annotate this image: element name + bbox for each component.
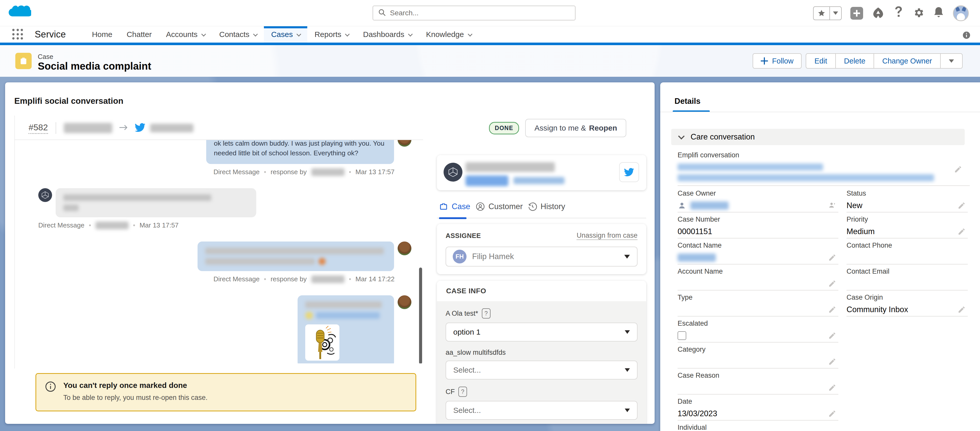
help-icon[interactable] xyxy=(893,6,904,21)
help-icon[interactable]: ? xyxy=(458,387,467,397)
unassign-link[interactable]: Unassign from case xyxy=(576,231,638,240)
change-owner-icon[interactable] xyxy=(828,201,836,210)
info-icon[interactable] xyxy=(962,31,971,41)
app-navigation: Service Home Chatter Accounts Contacts C… xyxy=(0,26,980,43)
cf-select[interactable]: Select... xyxy=(445,401,638,420)
entity-label: Case xyxy=(38,53,53,61)
redacted-network-badge xyxy=(466,176,508,186)
message-meta: Direct Message response by Mar 14 17:22 xyxy=(15,275,423,283)
nav-tabs: Home Chatter Accounts Contacts Cases Rep… xyxy=(85,26,479,43)
favorites-control xyxy=(813,6,842,20)
caret-down-icon xyxy=(949,59,954,63)
escalated-checkbox[interactable] xyxy=(678,331,686,340)
global-actions xyxy=(813,0,969,26)
edit-pencil-icon[interactable] xyxy=(958,201,966,210)
chevron-down-icon xyxy=(408,32,413,36)
tab-customer[interactable]: Customer xyxy=(476,202,523,211)
emplifi-conversation-panel: Emplifi social conversation #582 DONE As… xyxy=(5,82,655,424)
workspace: Emplifi social conversation #582 DONE As… xyxy=(0,77,980,431)
a-ola-test-select[interactable]: option 1 xyxy=(445,323,638,341)
edit-pencil-icon[interactable] xyxy=(828,254,836,261)
message-outbound xyxy=(15,295,423,363)
tab-history[interactable]: History xyxy=(528,202,565,211)
case-entity-icon xyxy=(15,53,32,69)
app-launcher-icon[interactable] xyxy=(12,29,24,40)
field-case-origin: Case Origin Community Inbox xyxy=(846,290,968,317)
edit-pencil-icon[interactable] xyxy=(828,306,836,314)
caret-down-icon xyxy=(625,368,630,372)
chevron-down-icon xyxy=(468,32,472,36)
nav-tab-dashboards[interactable]: Dashboards xyxy=(356,26,419,43)
conversation-id-link[interactable]: #582 xyxy=(29,122,48,134)
sidebar-tabs: Case Customer History xyxy=(437,202,646,218)
redacted-author-name xyxy=(95,222,129,229)
panel-title: Emplifi social conversation xyxy=(14,96,123,106)
record-page-header: Case Social media complaint Follow Edit … xyxy=(0,45,980,77)
warning-body: To be able to reply, you must re-open th… xyxy=(63,394,207,402)
brand-avatar xyxy=(398,295,411,309)
tab-case[interactable]: Case xyxy=(439,202,470,211)
delete-button[interactable]: Delete xyxy=(835,54,873,68)
notifications-bell-icon[interactable] xyxy=(933,6,944,20)
message-meta: Direct Message Mar 13 17:57 xyxy=(15,221,423,229)
user-avatar[interactable] xyxy=(953,5,969,21)
nav-tab-knowledge[interactable]: Knowledge xyxy=(419,26,478,43)
field-case-reason: Case Reason xyxy=(678,369,838,395)
aa-slow-select[interactable]: Select... xyxy=(445,361,638,379)
vertical-scrollbar-thumb[interactable] xyxy=(419,268,422,363)
twitter-channel-button[interactable] xyxy=(619,162,639,182)
follow-button[interactable]: Follow xyxy=(752,53,802,69)
assignee-avatar: FH xyxy=(453,250,466,263)
edit-pencil-icon[interactable] xyxy=(828,358,836,366)
edit-pencil-icon[interactable] xyxy=(958,228,966,236)
tab-details[interactable]: Details xyxy=(675,97,700,106)
edit-pencil-icon[interactable] xyxy=(828,279,836,288)
edit-pencil-icon[interactable] xyxy=(828,383,836,392)
redacted-author-name xyxy=(64,123,112,133)
change-owner-button[interactable]: Change Owner xyxy=(873,54,940,68)
brand-avatar xyxy=(398,241,411,255)
divider xyxy=(56,122,56,134)
redacted-customer-name xyxy=(466,162,555,172)
caret-down-icon xyxy=(625,330,630,334)
nav-tab-cases[interactable]: Cases xyxy=(264,26,307,43)
assignee-select[interactable]: FH Filip Hamek xyxy=(445,247,638,266)
nav-tab-reports[interactable]: Reports xyxy=(307,26,356,43)
edit-button[interactable]: Edit xyxy=(806,54,835,68)
more-actions-caret[interactable] xyxy=(940,54,962,68)
redacted-owner-name xyxy=(690,201,729,210)
quick-create-icon[interactable] xyxy=(850,7,863,20)
guidance-center-icon[interactable] xyxy=(872,6,885,20)
nav-tab-home[interactable]: Home xyxy=(85,26,119,43)
field-status: Status New xyxy=(846,187,968,212)
help-icon[interactable]: ? xyxy=(482,308,490,318)
reply-locked-warning: You can't reply once marked done To be a… xyxy=(35,373,416,411)
edit-pencil-icon[interactable] xyxy=(954,165,962,174)
record-actions: Follow Edit Delete Change Owner xyxy=(752,53,963,69)
divider xyxy=(660,112,980,112)
search-input[interactable] xyxy=(390,9,543,17)
active-tab-indicator xyxy=(439,217,466,219)
chevron-down-icon xyxy=(253,32,258,36)
redacted-text xyxy=(205,258,315,265)
edit-pencil-icon[interactable] xyxy=(828,331,836,340)
care-conversation-section[interactable]: Care conversation xyxy=(671,129,965,145)
divider xyxy=(437,218,646,218)
redacted-link xyxy=(678,163,823,171)
setup-gear-icon[interactable] xyxy=(913,7,924,20)
field-type: Type xyxy=(678,290,838,317)
message-scroll-area[interactable]: ok lets calm down buddy. I was just play… xyxy=(15,139,423,363)
nav-tab-contacts[interactable]: Contacts xyxy=(212,26,264,43)
nav-tab-chatter[interactable]: Chatter xyxy=(119,26,159,43)
favorites-caret-icon[interactable] xyxy=(829,7,841,20)
assign-and-reopen-button[interactable]: Assign to me &Reopen xyxy=(525,119,626,137)
edit-pencil-icon[interactable] xyxy=(828,410,836,418)
edit-pencil-icon[interactable] xyxy=(958,306,966,314)
twitter-icon xyxy=(135,123,145,133)
favorites-star-icon[interactable] xyxy=(814,7,829,20)
global-header xyxy=(0,0,980,26)
nav-tab-accounts[interactable]: Accounts xyxy=(159,26,212,43)
attachment-image[interactable] xyxy=(305,325,339,361)
warning-title: You can't reply once marked done xyxy=(63,381,207,390)
case-info-card: CASE INFO A Ola test* ? option 1 aa_slow… xyxy=(437,281,646,424)
